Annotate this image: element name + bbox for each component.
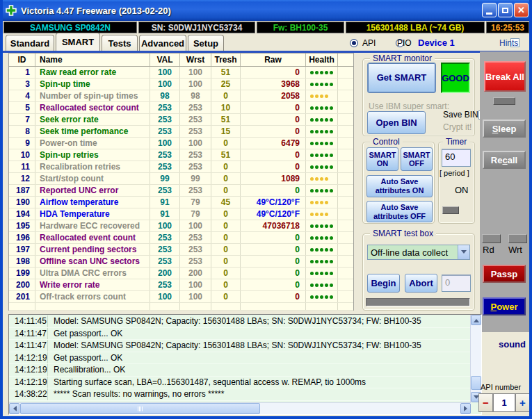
begin-button[interactable]: Begin	[367, 274, 400, 293]
tab-standard[interactable]: Standard	[6, 35, 54, 51]
row-spacer	[338, 268, 353, 279]
autosave-on-button[interactable]: Auto Save attributes ON	[366, 175, 433, 197]
health-dot-icon	[315, 118, 319, 122]
scroll-right-button[interactable]	[460, 403, 471, 414]
get-smart-button[interactable]: Get SMART	[367, 63, 436, 93]
table-row[interactable]: 187Reported UNC error25325300	[9, 185, 353, 197]
api-radio[interactable]	[350, 39, 358, 47]
table-row[interactable]: 197Current pending sectors25325300	[9, 244, 353, 256]
table-cell: Seek error rate	[35, 114, 150, 125]
log-horizontal-scrollbar[interactable]	[9, 402, 471, 414]
tab-setup[interactable]: Setup	[188, 35, 224, 51]
table-row[interactable]: 5Reallocated sector count253253100	[9, 102, 353, 114]
smart-on-button[interactable]: SMART ON	[366, 147, 398, 171]
table-cell: 9	[9, 138, 35, 149]
scroll-left-button[interactable]	[9, 403, 19, 414]
table-cell: 99	[180, 173, 211, 184]
health-dot-icon	[325, 95, 328, 98]
tab-tests[interactable]: Tests	[102, 35, 138, 51]
recall-post: all	[508, 155, 517, 165]
autosave-off-button[interactable]: Auto Save attributes OFF	[366, 201, 433, 222]
table-row[interactable]: 1Raw read error rate100100510	[9, 67, 353, 79]
tab-smart[interactable]: SMART	[56, 33, 100, 51]
health-dots	[306, 126, 338, 137]
table-cell: Hardware ECC recovered	[35, 220, 150, 231]
table-row[interactable]: 198Offline scan UNC sectors25325300	[9, 256, 353, 268]
health-dot-icon	[310, 260, 314, 263]
test-select[interactable]: Off-line data collect	[367, 245, 470, 260]
table-row[interactable]: 3Spin-up time100100253968	[9, 79, 353, 90]
health-dot-icon	[320, 236, 323, 240]
health-dot-icon	[330, 236, 333, 240]
table-cell: 6479	[241, 138, 306, 149]
health-dot-icon	[310, 130, 314, 133]
open-bin-button[interactable]: Open BIN	[367, 111, 426, 134]
health-dot-icon	[325, 236, 328, 240]
titlebar[interactable]: Victoria 4.47 Freeware (2013-02-20) ✕	[0, 0, 532, 21]
table-row[interactable]: 4Number of spin-up times989802058	[9, 90, 353, 102]
table-row[interactable]: 199Ultra DMA CRC errors20020000	[9, 268, 353, 279]
test-counter-input: 0	[442, 274, 471, 292]
hscroll-thumb[interactable]	[20, 403, 260, 414]
table-row[interactable]: 194HDA Temperature9179049°C/120°F	[9, 208, 353, 220]
test-select-arrow-button[interactable]	[458, 245, 469, 259]
table-row[interactable]: 9Power-on time10010006479	[9, 138, 353, 149]
minimize-button[interactable]	[482, 3, 497, 17]
abort-button[interactable]: Abort	[405, 274, 437, 293]
api-number-decrement-button[interactable]: −	[478, 393, 493, 412]
table-header-row: ID Name VAL Wrst Tresh Raw Health	[9, 54, 353, 67]
use-ibm-label: Use IBM super smart:	[369, 101, 449, 111]
table-row[interactable]: 195Hardware ECC recovered100100047036718	[9, 220, 353, 232]
drive-model: SAMSUNG SP0842N	[3, 22, 137, 33]
table-cell: 99	[150, 173, 180, 184]
table-row[interactable]: 200Write error rate25310000	[9, 279, 353, 291]
smart-on-line2: ON	[377, 159, 389, 167]
smart-off-button[interactable]: SMART OFF	[401, 147, 433, 171]
table-cell: 0	[211, 220, 241, 231]
health-dot-icon	[330, 260, 333, 263]
maximize-button[interactable]	[498, 3, 513, 17]
table-row[interactable]: 8Seek time perfomance253253150	[9, 126, 353, 138]
tab-advanced[interactable]: Advanced	[139, 35, 186, 51]
table-cell: 194	[9, 208, 35, 220]
close-button[interactable]: ✕	[514, 3, 529, 17]
scroll-up-button[interactable]	[471, 315, 481, 325]
sound-label: sound	[499, 339, 526, 350]
table-cell: 98	[180, 90, 211, 101]
health-dot-icon	[325, 165, 328, 169]
vscroll-thumb[interactable]	[471, 376, 481, 390]
recall-button[interactable]: Recall	[483, 151, 526, 169]
table-cell: 0	[241, 67, 306, 78]
api-number-increment-button[interactable]: +	[515, 393, 530, 412]
control-title: Control	[370, 137, 403, 147]
table-cell: 51	[211, 149, 241, 161]
table-row[interactable]: 7Seek error rate253253510	[9, 114, 353, 126]
log-time: 14:11:45	[9, 316, 47, 326]
table-row[interactable]: 201Off-track errors count10010000	[9, 291, 353, 303]
table-row[interactable]: 10Spin-up retries253253510	[9, 149, 353, 161]
smart-attribute-table[interactable]: ID Name VAL Wrst Tresh Raw Health 1Raw r…	[8, 53, 354, 311]
table-body: 1Raw read error rate1001005103Spin-up ti…	[9, 67, 353, 303]
health-dot-icon	[330, 71, 333, 74]
passp-button[interactable]: Passp	[483, 265, 526, 283]
health-dot-icon	[330, 165, 333, 169]
table-cell: 49°C/120°F	[241, 208, 306, 220]
timer-period-input[interactable]: 60	[442, 149, 471, 167]
table-cell: 0	[241, 102, 306, 113]
table-cell: 195	[9, 220, 35, 231]
health-dot-icon	[325, 260, 328, 263]
table-row[interactable]: 196Reallocated event count25325300	[9, 232, 353, 244]
row-spacer	[338, 102, 353, 113]
break-all-button[interactable]: Break All	[484, 61, 526, 92]
table-cell: 0	[241, 114, 306, 125]
power-button[interactable]: Power	[483, 297, 526, 315]
table-row[interactable]: 190Airflow temperature91794549°C/120°F	[9, 197, 353, 208]
table-row[interactable]: 11Recalibration retries25325300	[9, 161, 353, 173]
smart-off-line2: OFF	[409, 159, 424, 167]
log-vertical-scrollbar[interactable]	[470, 315, 481, 402]
table-cell: 200	[9, 279, 35, 290]
sleep-button[interactable]: Sleep	[483, 120, 526, 138]
log-panel[interactable]: 14:11:45Model: SAMSUNG SP0842N; Capacity…	[8, 314, 482, 415]
table-row[interactable]: 12Start/stop count999901089	[9, 173, 353, 185]
health-dot-icon	[315, 201, 319, 204]
